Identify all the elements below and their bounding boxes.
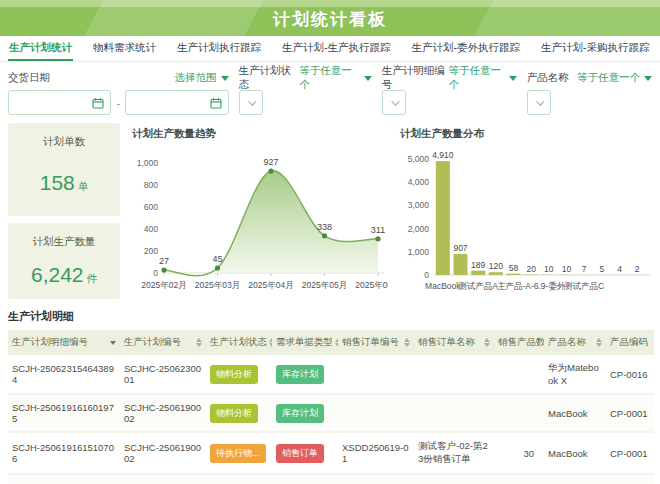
column-header-4[interactable]: 销售订单编号 [338,330,414,355]
plan-detail-table: 生产计划明细编号生产计划编号生产计划状态需求单据类型销售订单编号销售订单名称销售… [8,330,654,484]
product-name-select[interactable] [527,90,551,115]
table-cell [338,355,414,394]
table-cell [338,394,414,432]
table-cell: CP-0016 [606,355,654,394]
svg-text:2: 2 [635,264,640,274]
distribution-chart-panel: 计划生产数量分布 01,0002,0003,0004,0005,0004,910… [396,123,652,299]
kpi-value: 158单 [40,171,89,195]
kpi-plan-count-card: 计划单数 158单 [8,123,120,216]
table-cell [494,355,544,394]
table-cell: MacBook [544,474,606,484]
kpi-value: 6,242件 [31,263,97,287]
distribution-bar-chart: 01,0002,0003,0004,0005,0004,910907189120… [396,143,652,295]
column-header-0[interactable]: 生产计划明细编号 [8,330,120,355]
table-cell: 销售订单 [272,432,338,474]
svg-text:20: 20 [526,264,536,274]
tab-1[interactable]: 物料需求统计 [92,36,157,61]
svg-text:2025年02月: 2025年02月 [141,280,186,290]
svg-text:907: 907 [453,243,467,253]
filter-product-name: 产品名称 等于任意一个 [527,70,652,115]
delivery-date-end-input[interactable] [125,90,228,115]
svg-text:189: 189 [471,260,485,270]
table-row[interactable]: SCJH-250619105433703SCJHC-2506190001物料分析… [8,474,654,484]
status-badge: 物料分析 [210,404,258,423]
svg-text:5,000: 5,000 [408,154,430,164]
delivery-date-start-input[interactable] [8,90,111,115]
date-range-separator: - [116,97,120,109]
svg-text:311: 311 [371,225,385,235]
table-cell: 测试客户-02-第23份销售订单 [414,432,494,474]
tab-bar: 生产计划统计物料需求统计生产计划执行跟踪生产计划-生产执行跟踪生产计划-委外执行… [0,36,660,62]
plan-detail-no-operator[interactable]: 等于任意一个 [449,64,517,92]
table-cell: CP-0001 [606,474,654,484]
table-row[interactable]: SCJH-250619161601975SCJHC-2506190002物料分析… [8,394,654,432]
column-header-5[interactable]: 销售订单名称 [414,330,494,355]
table-row[interactable]: SCJH-250623154643894SCJHC-2506230001物料分析… [8,355,654,394]
column-header-6[interactable]: 销售产品数量 [494,330,544,355]
kpi-label: 计划单数 [43,135,85,149]
sort-icon [484,338,490,347]
plan-detail-no-label: 生产计明细编号 [382,64,449,92]
filter-plan-status: 生产计划状态 等于任意一个 [239,70,372,115]
demand_type-badge: 库存计划 [276,404,324,423]
plan-status-label: 生产计划状态 [239,64,300,92]
trend-chart-panel: 计划生产数量趋势 02004006008001,000272025年02月452… [128,123,388,299]
table-cell: SCJH-250619105433703 [8,474,120,484]
column-header-8[interactable]: 产品编码 [606,330,654,355]
svg-text:58: 58 [509,263,519,273]
sort-icon [196,338,202,347]
svg-text:1,000: 1,000 [408,247,430,257]
svg-text:1,000: 1,000 [137,158,159,168]
tab-5[interactable]: 生产计划-采购执行跟踪 [540,36,651,61]
svg-text:测试产品C: 测试产品C [563,281,604,291]
chevron-down-icon [248,97,256,105]
svg-text:10: 10 [562,264,572,274]
svg-text:200: 200 [144,246,158,256]
plan-detail-no-select[interactable] [382,90,406,115]
tab-3[interactable]: 生产计划-生产执行跟踪 [281,36,392,61]
filter-delivery-date: 交货日期 选择范围 - [8,70,229,115]
svg-text:5: 5 [599,264,604,274]
svg-text:0: 0 [424,270,429,280]
plan-detail-section: 生产计划明细 生产计划明细编号生产计划编号生产计划状态需求单据类型销售订单编号销… [0,299,660,484]
svg-text:800: 800 [144,180,158,190]
plan-status-select[interactable] [239,90,263,115]
column-header-7[interactable]: 产品名称 [544,330,606,355]
plan-status-operator[interactable]: 等于任意一个 [299,64,371,92]
triangle-down-icon [364,76,372,81]
svg-text:45: 45 [212,254,222,264]
svg-text:400: 400 [144,224,158,234]
svg-text:338: 338 [317,222,332,232]
kpi-plan-qty-card: 计划生产数量 6,242件 [8,223,120,299]
demand_type-badge: 销售订单 [276,444,324,463]
column-header-3[interactable]: 需求单据类型 [272,330,338,355]
table-cell: SCJHC-2506190002 [120,394,206,432]
product-name-operator[interactable]: 等于任意一个 [577,71,652,85]
table-cell: CP-0001 [606,394,654,432]
tab-4[interactable]: 生产计划-委外执行跟踪 [411,36,522,61]
column-header-2[interactable]: 生产计划状态 [206,330,272,355]
table-cell: 华为Matebook X [544,355,606,394]
delivery-date-range-selector[interactable]: 选择范围 [175,71,229,85]
page-title: 计划统计看板 [0,0,660,36]
table-cell: SCJH-250623154643894 [8,355,120,394]
table-cell: 物料分析 [206,394,272,432]
table-cell: SCJHC-2506190001 [120,474,206,484]
tab-0[interactable]: 生产计划统计 [8,36,73,61]
table-cell: 待执行物... [206,432,272,474]
column-header-1[interactable]: 生产计划编号 [120,330,206,355]
calendar-icon [92,97,104,109]
triangle-down-icon [644,76,652,81]
table-cell [414,394,494,432]
dashboard-root: 计划统计看板 生产计划统计物料需求统计生产计划执行跟踪生产计划-生产执行跟踪生产… [0,0,660,484]
svg-text:主产品-A-6.9-委外: 主产品-A-6.9-委外 [497,281,566,291]
table-cell [338,474,414,484]
tab-2[interactable]: 生产计划执行跟踪 [176,36,262,61]
filter-plan-detail-no: 生产计明细编号 等于任意一个 [382,70,517,115]
status-badge: 物料分析 [210,365,258,384]
table-cell: 库存计划 [272,355,338,394]
trend-area-chart: 02004006008001,000272025年02月452025年03月92… [128,143,388,295]
table-row[interactable]: SCJH-250619161510706SCJHC-2506190002待执行物… [8,432,654,474]
table-cell [414,355,494,394]
calendar-icon [210,97,222,109]
